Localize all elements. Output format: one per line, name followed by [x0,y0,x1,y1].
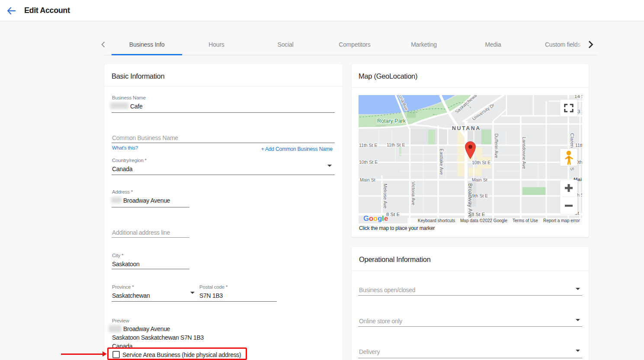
svg-text:Terms of Use: Terms of Use [513,218,538,223]
svg-text:h S: h S [577,192,582,198]
svg-text:S: S [570,167,575,171]
svg-text:Eastlake Ave: Eastlake Ave [439,149,444,175]
svg-text:10th St E: 10th St E [359,159,378,165]
svg-text:G: G [363,214,369,223]
svg-text:Main St: Main St [472,177,487,182]
svg-text:Dufferin Ave: Dufferin Ave [494,134,499,158]
svg-text:o: o [369,214,373,223]
svg-text:Rotary Park: Rotary Park [377,118,406,124]
svg-text:Claren: Claren [570,133,575,148]
svg-text:11th St E: 11th St E [387,142,405,147]
svg-text:NUTANA: NUTANA [452,125,481,131]
svg-text:Main St: Main St [360,177,375,182]
svg-text:11th St E: 11th St E [359,143,377,148]
svg-text:8 St E: 8 St E [471,212,485,217]
svg-text:14 S: 14 S [574,95,582,99]
svg-text:Lansdowne Ave: Lansdowne Ave [522,137,527,169]
svg-text:10th St E: 10th St E [472,160,490,165]
svg-text:o: o [373,214,378,223]
svg-text:g: g [378,214,382,223]
svg-text:Broadway Ave: Broadway Ave [467,183,473,218]
svg-text:8 St E: 8 St E [386,212,400,217]
svg-text:3 S: 3 S [577,109,582,114]
svg-text:9th St E: 9th St E [472,193,488,198]
svg-text:e: e [384,214,388,223]
svg-text:11th: 11th [575,143,582,148]
svg-text:Melrose Ave: Melrose Ave [383,184,388,209]
svg-text:Map data ©2022 Google: Map data ©2022 Google [460,218,508,223]
svg-text:Report a map error: Report a map error [543,218,580,223]
svg-text:Keyboard shortcuts: Keyboard shortcuts [418,218,455,223]
svg-text:Victoria Ave: Victoria Ave [411,182,416,205]
